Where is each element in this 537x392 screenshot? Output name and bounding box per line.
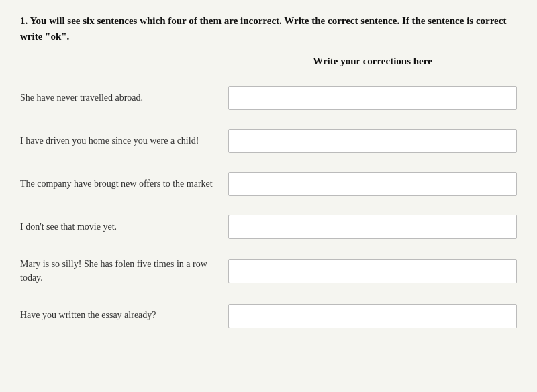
correction-input-2[interactable]	[228, 129, 517, 153]
correction-input-1[interactable]	[228, 86, 517, 110]
input-row-1	[228, 77, 517, 119]
question-number: 1.	[20, 15, 28, 26]
correction-input-3[interactable]	[228, 172, 517, 196]
sentences-col-header	[20, 56, 228, 77]
correction-input-6[interactable]	[228, 304, 517, 328]
sentence-row-1: She have never travelled abroad.	[20, 77, 517, 119]
sentence-row-4: I don't see that movie yet.	[20, 205, 517, 248]
question-block: 1. You will see six sentences which four…	[20, 13, 517, 338]
sentence-row-6: Have you written the essay already?	[20, 295, 517, 338]
input-row-6	[228, 295, 517, 338]
sentence-text-4: I don't see that movie yet.	[20, 205, 228, 248]
sentence-text-3: The company have brougt new offers to th…	[20, 162, 228, 205]
sentence-text-1: She have never travelled abroad.	[20, 77, 228, 119]
correction-input-4[interactable]	[228, 215, 517, 239]
input-row-5	[228, 248, 517, 295]
input-row-3	[228, 162, 517, 205]
corrections-header: Write your corrections here	[228, 56, 517, 70]
sentence-text-2: I have driven you home since you were a …	[20, 119, 228, 162]
sentence-text-5: Mary is so silly! She has folen five tim…	[20, 248, 228, 295]
sentence-rows: She have never travelled abroad.I have d…	[20, 77, 517, 338]
sentence-row-3: The company have brougt new offers to th…	[20, 162, 517, 205]
sentence-row-5: Mary is so silly! She has folen five tim…	[20, 248, 517, 295]
content-area: Write your corrections here	[20, 56, 517, 77]
sentence-row-2: I have driven you home since you were a …	[20, 119, 517, 162]
input-row-4	[228, 205, 517, 248]
question-instruction: 1. You will see six sentences which four…	[20, 13, 517, 44]
input-row-2	[228, 119, 517, 162]
correction-input-5[interactable]	[228, 259, 517, 283]
instruction-text: You will see six sentences which four of…	[20, 15, 506, 42]
sentence-text-6: Have you written the essay already?	[20, 295, 228, 338]
